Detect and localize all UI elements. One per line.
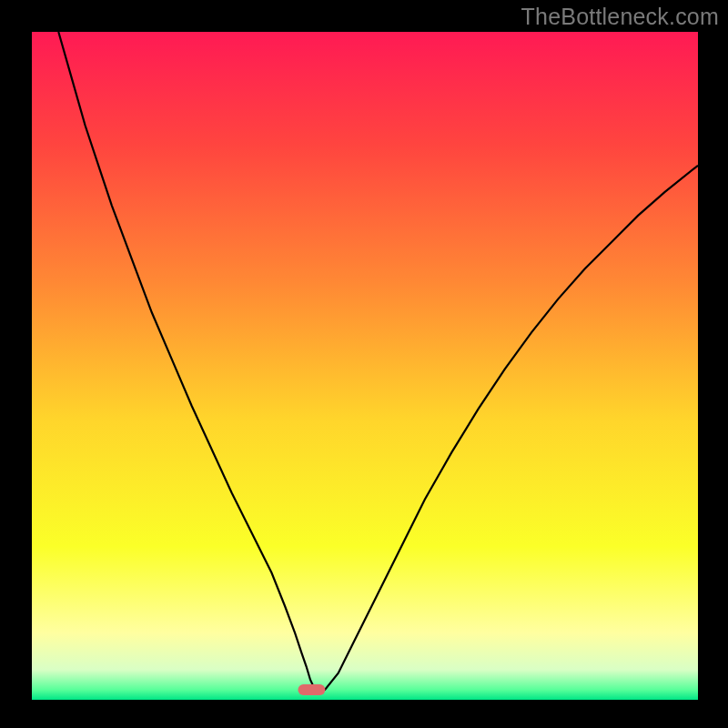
watermark-text: TheBottleneck.com bbox=[521, 4, 719, 30]
optimal-marker bbox=[298, 684, 325, 695]
plot-background bbox=[32, 32, 698, 700]
chart-container: TheBottleneck.com bbox=[0, 0, 728, 728]
bottleneck-chart bbox=[0, 0, 728, 728]
